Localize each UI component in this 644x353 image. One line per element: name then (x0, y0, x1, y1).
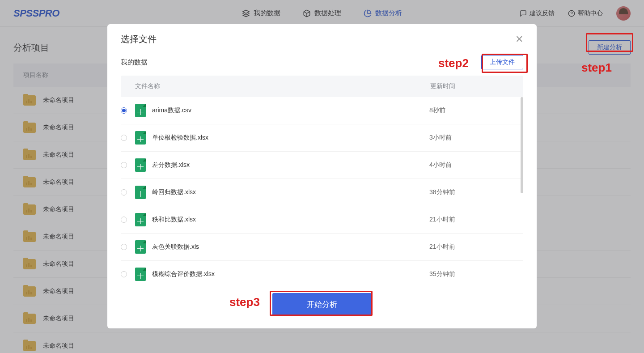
radio-wrap[interactable] (121, 244, 135, 250)
mydata-label: 我的数据 (121, 58, 148, 67)
close-icon[interactable]: ✕ (515, 34, 523, 45)
file-row[interactable]: 单位根检验数据.xlsx3小时前 (121, 124, 523, 152)
excel-icon-wrap (135, 131, 152, 145)
excel-icon (135, 186, 146, 199)
file-row[interactable]: 差分数据.xlsx4小时前 (121, 152, 523, 179)
file-name: 秩和比数据.xlsx (152, 216, 429, 224)
excel-icon-wrap (135, 104, 152, 117)
file-row[interactable]: 灰色关联数据.xls21小时前 (121, 234, 523, 261)
modal-overlay: 选择文件 ✕ 我的数据 上传文件 文件名称 更新时间 arima数据.csv8秒… (0, 0, 644, 353)
radio[interactable] (121, 107, 127, 114)
excel-icon (135, 131, 146, 145)
file-time: 38分钟前 (429, 188, 455, 196)
excel-icon (135, 158, 146, 172)
radio[interactable] (121, 189, 127, 196)
file-time: 21小时前 (429, 216, 455, 224)
excel-icon (135, 240, 146, 254)
file-time: 21小时前 (429, 243, 455, 251)
file-time: 8秒前 (429, 106, 445, 115)
file-name: arima数据.csv (152, 106, 429, 115)
file-row[interactable]: 秩和比数据.xlsx21小时前 (121, 206, 523, 234)
file-name: 模糊综合评价数据.xlsx (152, 270, 429, 278)
file-row[interactable]: arima数据.csv8秒前 (121, 97, 523, 124)
excel-icon-wrap (135, 186, 152, 199)
file-time: 4小时前 (429, 161, 452, 169)
file-select-modal: 选择文件 ✕ 我的数据 上传文件 文件名称 更新时间 arima数据.csv8秒… (107, 24, 537, 328)
excel-icon (135, 268, 146, 281)
file-col-name: 文件名称 (135, 82, 430, 90)
radio-wrap[interactable] (121, 217, 135, 223)
file-name: 灰色关联数据.xls (152, 243, 429, 251)
file-name: 差分数据.xlsx (152, 161, 429, 169)
scrollbar[interactable] (521, 97, 523, 193)
radio-wrap[interactable] (121, 189, 135, 196)
radio[interactable] (121, 162, 127, 168)
excel-icon (135, 104, 146, 117)
radio[interactable] (121, 244, 127, 250)
upload-button[interactable]: 上传文件 (481, 55, 523, 69)
radio-wrap[interactable] (121, 162, 135, 168)
file-col-time: 更新时间 (430, 82, 509, 90)
file-name: 岭回归数据.xlsx (152, 188, 429, 196)
excel-icon-wrap (135, 158, 152, 172)
radio[interactable] (121, 271, 127, 277)
file-name: 单位根检验数据.xlsx (152, 134, 429, 142)
modal-footer: 开始分析 (107, 284, 537, 328)
excel-icon-wrap (135, 213, 152, 226)
radio-wrap[interactable] (121, 135, 135, 141)
radio[interactable] (121, 217, 127, 223)
modal-title: 选择文件 (121, 33, 157, 45)
file-table-header: 文件名称 更新时间 (121, 76, 523, 97)
radio-wrap[interactable] (121, 107, 135, 114)
excel-icon (135, 213, 146, 226)
excel-icon-wrap (135, 240, 152, 254)
file-row[interactable]: 模糊综合评价数据.xlsx35分钟前 (121, 261, 523, 284)
file-time: 35分钟前 (429, 270, 455, 278)
radio[interactable] (121, 135, 127, 141)
file-time: 3小时前 (429, 134, 452, 142)
modal-subheader: 我的数据 上传文件 (107, 50, 537, 76)
radio-wrap[interactable] (121, 271, 135, 277)
file-list: arima数据.csv8秒前单位根检验数据.xlsx3小时前差分数据.xlsx4… (121, 97, 523, 284)
excel-icon-wrap (135, 268, 152, 281)
start-analysis-button[interactable]: 开始分析 (272, 293, 372, 316)
file-row[interactable]: 岭回归数据.xlsx38分钟前 (121, 179, 523, 206)
modal-header: 选择文件 ✕ (107, 24, 537, 50)
